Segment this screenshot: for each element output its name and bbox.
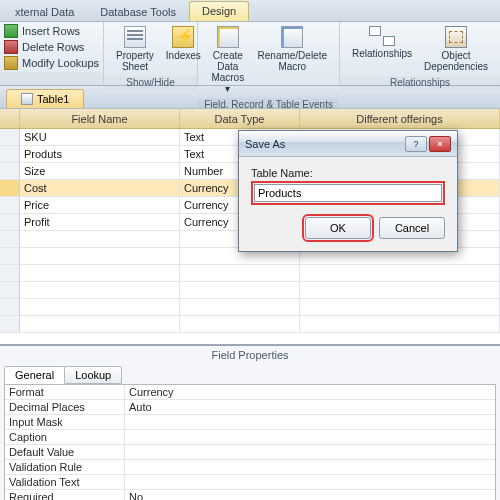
design-row[interactable]	[0, 316, 500, 333]
delete-rows-button[interactable]: Delete Rows	[4, 40, 84, 54]
property-row[interactable]: Default Value	[5, 445, 495, 460]
row-selector-header[interactable]	[0, 109, 20, 128]
description-cell[interactable]	[300, 265, 500, 281]
property-sheet-icon	[124, 26, 146, 48]
dialog-title-bar[interactable]: Save As ? ×	[239, 131, 457, 157]
dialog-help-button[interactable]: ?	[405, 136, 427, 152]
field-name-cell[interactable]	[20, 231, 180, 247]
row-selector[interactable]	[0, 129, 20, 145]
indexes-label: Indexes	[166, 50, 201, 61]
property-value[interactable]: No	[125, 490, 495, 500]
data-type-cell[interactable]	[180, 282, 300, 298]
property-label: Validation Rule	[5, 460, 125, 474]
property-value[interactable]	[125, 460, 495, 474]
row-selector[interactable]	[0, 316, 20, 332]
document-tab-table1[interactable]: Table1	[6, 89, 84, 108]
property-row[interactable]: Validation Text	[5, 475, 495, 490]
field-name-cell[interactable]	[20, 299, 180, 315]
create-data-macros-button[interactable]: Create Data Macros ▾	[204, 24, 251, 96]
ribbon-tabs-bar: xternal Data Database Tools Design	[0, 0, 500, 22]
row-selector[interactable]	[0, 265, 20, 281]
row-selector[interactable]	[0, 231, 20, 247]
ribbon: Insert Rows Delete Rows Modify Lookups P…	[0, 22, 500, 86]
property-value[interactable]	[125, 475, 495, 489]
property-value[interactable]: Auto	[125, 400, 495, 414]
property-value[interactable]	[125, 445, 495, 459]
data-type-cell[interactable]	[180, 299, 300, 315]
field-name-cell[interactable]: Price	[20, 197, 180, 213]
field-name-cell[interactable]	[20, 248, 180, 264]
relationships-label: Relationships	[352, 48, 412, 59]
property-label: Required	[5, 490, 125, 500]
insert-rows-button[interactable]: Insert Rows	[4, 24, 80, 38]
object-dependencies-button[interactable]: Object Dependencies	[418, 24, 494, 74]
field-name-cell[interactable]: SKU	[20, 129, 180, 145]
rename-macro-icon	[281, 26, 303, 48]
fp-tab-general[interactable]: General	[4, 366, 65, 384]
field-name-cell[interactable]: Produts	[20, 146, 180, 162]
field-name-cell[interactable]	[20, 282, 180, 298]
design-row[interactable]	[0, 265, 500, 282]
data-type-cell[interactable]	[180, 265, 300, 281]
field-name-cell[interactable]	[20, 316, 180, 332]
property-row[interactable]: FormatCurrency	[5, 385, 495, 400]
cancel-button[interactable]: Cancel	[379, 217, 445, 239]
row-selector[interactable]	[0, 299, 20, 315]
property-row[interactable]: Caption	[5, 430, 495, 445]
insert-rows-icon	[4, 24, 18, 38]
design-row[interactable]	[0, 299, 500, 316]
row-selector[interactable]	[0, 197, 20, 213]
data-type-header[interactable]: Data Type	[180, 109, 300, 128]
property-row[interactable]: Input Mask	[5, 415, 495, 430]
dialog-close-button[interactable]: ×	[429, 136, 451, 152]
ok-button[interactable]: OK	[305, 217, 371, 239]
field-name-cell[interactable]: Cost	[20, 180, 180, 196]
tab-external-data[interactable]: xternal Data	[2, 2, 87, 21]
description-cell[interactable]	[300, 299, 500, 315]
property-label: Input Mask	[5, 415, 125, 429]
description-cell[interactable]	[300, 316, 500, 332]
table-name-input[interactable]	[254, 184, 442, 202]
row-selector[interactable]	[0, 163, 20, 179]
row-selector[interactable]	[0, 214, 20, 230]
property-value[interactable]	[125, 430, 495, 444]
indexes-icon	[172, 26, 194, 48]
description-header[interactable]: Different offerings	[300, 109, 500, 128]
tab-database-tools[interactable]: Database Tools	[87, 2, 189, 21]
field-name-header[interactable]: Field Name	[20, 109, 180, 128]
field-properties-tabs: General Lookup	[0, 364, 500, 384]
tab-design[interactable]: Design	[189, 1, 249, 21]
modify-lookups-button[interactable]: Modify Lookups	[4, 56, 99, 70]
fp-tab-lookup[interactable]: Lookup	[64, 366, 122, 384]
property-label: Decimal Places	[5, 400, 125, 414]
property-label: Caption	[5, 430, 125, 444]
relationships-button[interactable]: Relationships	[346, 24, 418, 61]
field-properties-pane: Field Properties General Lookup FormatCu…	[0, 344, 500, 500]
design-row[interactable]	[0, 282, 500, 299]
property-sheet-button[interactable]: Property Sheet	[110, 24, 160, 74]
row-selector[interactable]	[0, 180, 20, 196]
table-icon	[21, 93, 33, 105]
rename-macro-label: Rename/Delete Macro	[258, 50, 327, 72]
property-row[interactable]: RequiredNo	[5, 490, 495, 500]
data-type-cell[interactable]	[180, 316, 300, 332]
field-name-cell[interactable]	[20, 265, 180, 281]
ribbon-group-rows-label	[0, 72, 103, 86]
row-selector[interactable]	[0, 248, 20, 264]
row-selector[interactable]	[0, 282, 20, 298]
document-tab-label: Table1	[37, 93, 69, 105]
property-sheet-label: Property Sheet	[116, 50, 154, 72]
description-cell[interactable]	[300, 282, 500, 298]
modify-lookups-label: Modify Lookups	[22, 57, 99, 69]
property-row[interactable]: Decimal PlacesAuto	[5, 400, 495, 415]
rename-delete-macro-button[interactable]: Rename/Delete Macro	[252, 24, 333, 74]
field-name-cell[interactable]: Profit	[20, 214, 180, 230]
row-selector[interactable]	[0, 146, 20, 162]
create-macros-label: Create Data Macros ▾	[210, 50, 245, 94]
property-value[interactable]	[125, 415, 495, 429]
field-name-cell[interactable]: Size	[20, 163, 180, 179]
property-row[interactable]: Validation Rule	[5, 460, 495, 475]
relationships-icon	[369, 26, 395, 46]
property-value[interactable]: Currency	[125, 385, 495, 399]
table-name-label: Table Name:	[251, 167, 445, 179]
